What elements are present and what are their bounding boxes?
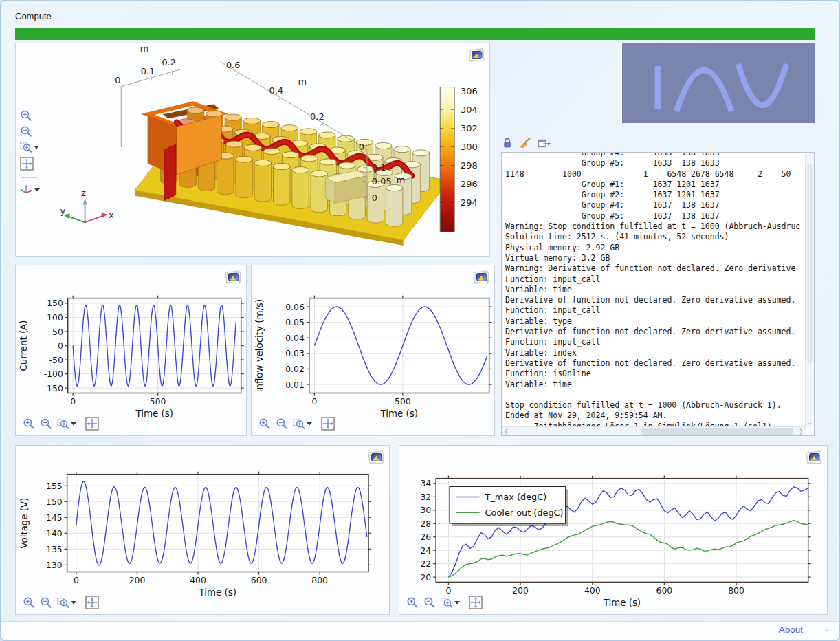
model-3d-panel: 00.10.2m0.60.40.20m0.10.050m306304302300… (15, 43, 490, 257)
temperature-chart[interactable]: 02004006008002022242628303234Time (s)T_m… (399, 446, 827, 614)
svg-text:26: 26 (420, 532, 431, 542)
svg-text:50: 50 (52, 327, 63, 337)
svg-text:Time (s): Time (s) (199, 587, 236, 598)
zoom-out-button[interactable] (276, 417, 288, 430)
fit-view-button[interactable] (20, 157, 34, 171)
plot-toolbar (258, 417, 335, 431)
chevron-down-icon[interactable]: ⌄ (824, 624, 830, 633)
inflow-velocity-chart[interactable]: 05000.010.020.030.040.050.06Time (s)infl… (252, 265, 494, 435)
scrollbar-thumb[interactable] (641, 428, 793, 435)
svg-text:0: 0 (359, 142, 364, 152)
svg-text:0.6: 0.6 (226, 60, 241, 70)
svg-text:0.04: 0.04 (285, 333, 305, 343)
open-in-new-window-icon[interactable] (538, 138, 551, 149)
svg-text:150: 150 (47, 298, 63, 308)
svg-text:296: 296 (461, 179, 478, 189)
zoom-box-button[interactable] (293, 417, 312, 430)
default-3d-view-button[interactable] (20, 184, 40, 195)
log-horizontal-scrollbar[interactable]: ❬ ❭ (502, 426, 806, 435)
svg-text:24: 24 (420, 545, 431, 556)
svg-text:20: 20 (420, 572, 431, 583)
zoom-in-button[interactable] (23, 596, 35, 609)
plot-snapshot-button[interactable] (467, 47, 486, 63)
svg-text:0.01: 0.01 (285, 380, 305, 390)
toolbar-divider (21, 177, 38, 178)
zoom-box-button[interactable] (57, 596, 76, 609)
zoom-out-button[interactable] (20, 125, 32, 138)
svg-text:400: 400 (190, 575, 206, 585)
svg-text:x: x (109, 210, 113, 220)
svg-text:600: 600 (251, 575, 267, 585)
voltage-plot-panel: 0200400600800130135140145150155Time (s)V… (15, 445, 390, 615)
svg-text:400: 400 (584, 585, 601, 596)
svg-text:-150: -150 (44, 383, 63, 393)
svg-text:Current (A): Current (A) (19, 320, 29, 371)
scrollbar-thumb[interactable] (807, 164, 813, 363)
svg-text:32: 32 (420, 492, 431, 502)
svg-text:y: y (60, 206, 65, 216)
svg-text:500: 500 (150, 396, 166, 406)
svg-text:Time (s): Time (s) (135, 409, 173, 419)
scroll-left-icon[interactable]: ❬ (504, 427, 509, 435)
snapshot-icon (467, 47, 486, 63)
svg-text:0.1: 0.1 (141, 66, 155, 76)
scroll-up-icon[interactable]: ⌃ (806, 153, 814, 160)
status-bar: About ⌄ (1, 621, 839, 640)
zoom-in-button[interactable] (20, 109, 32, 122)
scroll-down-icon[interactable]: ⌄ (806, 419, 814, 426)
zoom-in-button[interactable] (406, 596, 419, 609)
svg-text:0.2: 0.2 (310, 111, 324, 122)
zoom-in-button[interactable] (258, 417, 271, 430)
clear-log-icon[interactable] (519, 137, 531, 149)
plot-snapshot-button[interactable] (804, 449, 824, 466)
compute-label: Compute (15, 11, 52, 21)
zoom-in-button[interactable] (23, 417, 35, 430)
svg-text:135: 135 (46, 544, 63, 554)
fit-view-button[interactable] (321, 417, 335, 431)
svg-text:800: 800 (728, 585, 744, 596)
zoom-out-button[interactable] (40, 596, 52, 609)
inflow-plot-panel: 05000.010.020.030.040.050.06Time (s)infl… (251, 265, 495, 436)
about-link[interactable]: About (779, 624, 803, 635)
svg-text:Time (s): Time (s) (379, 409, 417, 419)
log-text[interactable]: Group #4: 1633 138 1633 Group #5: 1633 1… (505, 152, 814, 432)
plot-snapshot-button[interactable] (223, 269, 243, 285)
scroll-right-icon[interactable]: ❭ (798, 427, 804, 435)
svg-text:0.02: 0.02 (285, 364, 305, 374)
svg-text:0: 0 (445, 585, 451, 596)
svg-text:0.1: 0.1 (372, 162, 386, 173)
lock-icon[interactable] (502, 137, 513, 149)
svg-text:0.06: 0.06 (285, 302, 305, 312)
fit-view-button[interactable] (85, 417, 99, 431)
svg-text:22: 22 (420, 558, 431, 569)
svg-text:302: 302 (461, 123, 478, 133)
iav-logo (622, 43, 815, 123)
svg-text:m: m (140, 43, 149, 54)
fit-view-button[interactable] (469, 596, 483, 609)
svg-text:0: 0 (58, 340, 63, 351)
zoom-box-button[interactable] (57, 417, 76, 430)
model-3d-scene[interactable]: 00.10.2m0.60.40.20m0.10.050m306304302300… (16, 43, 489, 256)
current-chart[interactable]: 0500-150-100-50050100150Time (s)Current … (16, 265, 246, 435)
svg-text:0: 0 (115, 75, 120, 85)
svg-text:Cooler out (degC): Cooler out (degC) (485, 508, 564, 518)
plot-snapshot-button[interactable] (472, 269, 491, 285)
progress-fill (15, 28, 815, 40)
zoom-out-button[interactable] (423, 596, 436, 609)
svg-text:304: 304 (461, 105, 478, 115)
log-vertical-scrollbar[interactable]: ⌃ ⌄ (805, 153, 814, 426)
svg-text:300: 300 (461, 142, 478, 152)
zoom-out-button[interactable] (40, 417, 52, 430)
plot-toolbar (406, 596, 483, 609)
svg-text:0.05: 0.05 (285, 317, 305, 327)
svg-text:298: 298 (461, 160, 478, 171)
plot-toolbar (23, 596, 99, 609)
plot-snapshot-button[interactable] (366, 449, 386, 466)
fit-view-button[interactable] (85, 596, 99, 609)
voltage-chart[interactable]: 0200400600800130135140145150155Time (s)V… (16, 446, 389, 614)
zoom-box-button[interactable] (20, 141, 39, 153)
svg-text:0.03: 0.03 (285, 348, 305, 358)
svg-text:100: 100 (47, 312, 63, 323)
svg-text:0: 0 (312, 396, 318, 406)
zoom-box-button[interactable] (441, 596, 460, 609)
